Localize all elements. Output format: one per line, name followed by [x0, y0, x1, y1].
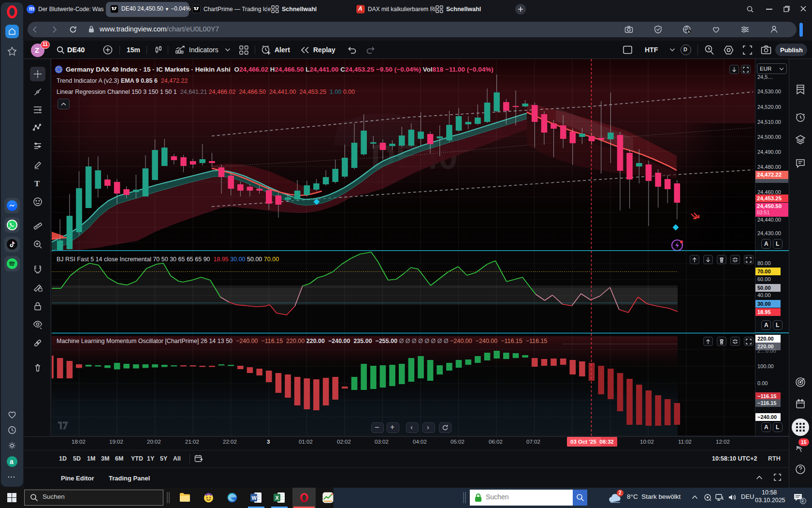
svg-text:X: X [276, 495, 279, 501]
svg-text:A: A [688, 30, 690, 33]
svg-text:W: W [252, 495, 257, 501]
